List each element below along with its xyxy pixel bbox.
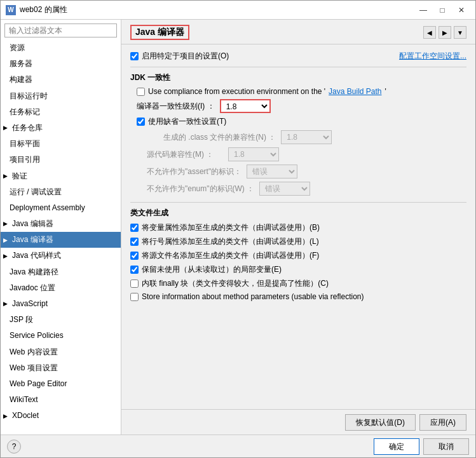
class-gen-label-add-variable-attr[interactable]: 将变量属性添加至生成的类文件（由调试器使用）(B) [130,222,320,233]
sidebar-item-javadoc-location[interactable]: Javadoc 位置 [1,280,121,296]
sidebar-item-java-editor[interactable]: ▶Java 编辑器 [1,216,121,232]
sidebar-item-label: WikiText [10,394,38,406]
minimize-button[interactable]: — [414,3,432,17]
class-compat-row: 生成的 .class 文件的兼容性(N) ： 1.8 [147,130,466,144]
sidebar-item-label: XDoclet [12,410,39,422]
class-gen-checkbox-add-line-attr[interactable] [130,238,139,246]
enable-project-settings-label[interactable]: 启用特定于项目的设置(O) [130,51,229,62]
arrow-icon: ▶ [3,299,10,308]
sidebar-item-deployment-assembly[interactable]: Deployment Assembly [1,200,121,216]
class-gen-checkbox-preserve-vars[interactable] [130,266,139,274]
source-compat-select: 1.8 [228,147,279,161]
filter-input[interactable] [4,24,117,37]
sidebar-item-label: 资源 [10,42,25,54]
sidebar-item-java-compiler[interactable]: ▶Java 编译器 [1,232,121,248]
nav-forward-button[interactable]: ▶ [439,26,451,39]
close-button[interactable]: ✕ [452,3,470,17]
ok-button[interactable]: 确定 [374,438,419,455]
sidebar-item-builder[interactable]: 构建器 [1,72,121,88]
jdk-section-title: JDK 一致性 [130,72,466,83]
sidebar-item-javascript[interactable]: ▶JavaScript [1,296,121,312]
class-gen-item-add-source-attr: 将源文件名添加至生成的类文件（由调试器使用）(F) [130,250,466,261]
source-compat-row: 源代码兼容性(M) ： 1.8 [147,147,466,161]
sidebar-item-label: 构建器 [10,74,32,86]
sidebar-item-label: Web 项目设置 [10,362,58,374]
enum-select: 错误 [259,182,310,196]
title-bar-left: W web02 的属性 [6,4,67,15]
sidebar-item-task-repo[interactable]: ▶任务仓库 [1,120,121,136]
sidebar-item-jsp[interactable]: JSP 段 [1,312,121,328]
sidebar-item-project-ref[interactable]: 项目引用 [1,152,121,168]
compliance-checkbox[interactable] [137,88,145,96]
class-gen-label-add-line-attr[interactable]: 将行号属性添加至生成的类文件（由调试器使用）(L) [130,236,319,247]
class-gen-checkbox-add-source-attr[interactable] [130,252,139,260]
compliance-label[interactable]: Use compliance from execution environmen… [137,87,386,96]
title-bar: W web02 的属性 — □ ✕ [1,1,475,20]
java-build-path-link[interactable]: Java Build Path [329,87,381,96]
sidebar-item-label: 验证 [12,170,27,182]
sidebar-item-web-page-editor[interactable]: Web Page Editor [1,376,121,392]
sidebar-item-run-debug[interactable]: 运行 / 调试设置 [1,184,121,200]
class-gen-item-inline-finally: 内联 finally 块（类文件变得较大，但是提高了性能）(C) [130,278,466,289]
enable-project-settings-checkbox[interactable] [130,52,139,60]
footer-left: ? [7,440,21,454]
class-compat-select: 1.8 [281,130,332,144]
nav-back-button[interactable]: ◀ [423,26,436,39]
use-default-settings-label[interactable]: 使用缺省一致性设置(T) [137,116,226,127]
arrow-icon: ▶ [3,252,10,260]
class-gen-label-inline-finally[interactable]: 内联 finally 块（类文件变得较大，但是提高了性能）(C) [130,278,329,289]
source-compat-label: 源代码兼容性(M) ： [147,149,223,160]
sidebar-item-label: 目标运行时 [10,90,48,102]
help-button[interactable]: ? [7,440,21,454]
sidebar-item-label: Java 编译器 [12,234,53,246]
restore-default-button[interactable]: 恢复默认值(D) [345,414,416,431]
sidebar-item-web-project[interactable]: Web 项目设置 [1,360,121,376]
class-gen-label-add-source-attr[interactable]: 将源文件名添加至生成的类文件（由调试器使用）(F) [130,250,319,261]
sidebar-item-resources[interactable]: 资源 [1,40,121,56]
sidebar-item-wikitext[interactable]: WikiText [1,392,121,408]
apply-button[interactable]: 应用(A) [419,414,466,431]
sidebar-item-java-code-style[interactable]: ▶Java 代码样式 [1,248,121,264]
arrow-icon: ▶ [3,123,10,132]
class-gen-label-preserve-vars[interactable]: 保留未使用（从未读取过）的局部变量(E) [130,264,282,275]
sidebar-item-verify[interactable]: ▶验证 [1,168,121,184]
panel-nav: ◀ ▶ ▼ [423,26,466,39]
class-gen-item-add-variable-attr: 将变量属性添加至生成的类文件（由调试器使用）(B) [130,222,466,233]
class-gen-checkbox-store-method-params[interactable] [130,293,139,301]
sidebar-item-target-platform[interactable]: 目标平面 [1,136,121,152]
sidebar-item-label: 任务标记 [10,106,40,118]
use-default-settings-checkbox[interactable] [137,118,145,126]
sidebar-item-label: 目标平面 [10,138,40,150]
sidebar-item-web-content[interactable]: Web 内容设置 [1,344,121,360]
config-workspace-link[interactable]: 配置工作空间设置... [399,51,466,62]
class-gen-checkbox-inline-finally[interactable] [130,280,139,288]
sidebar-item-server[interactable]: 服务器 [1,56,121,72]
sidebar-item-task-tags[interactable]: 任务标记 [1,104,121,120]
cancel-button[interactable]: 取消 [423,438,469,455]
sidebar-item-java-build-path[interactable]: Java 构建路径 [1,264,121,280]
assert-label: 不允许作为"assert"的标识： [147,166,241,177]
sidebar-item-target-runtime[interactable]: 目标运行时 [1,88,121,104]
sidebar-item-service-policies[interactable]: Service Policies [1,328,121,344]
sidebar-item-label: Deployment Assembly [10,202,85,214]
class-gen-label-store-method-params[interactable]: Store information about method parameter… [130,292,364,301]
maximize-button[interactable]: □ [433,3,451,17]
compiler-level-select[interactable]: 1.8 [220,99,271,113]
class-gen-items: 将变量属性添加至生成的类文件（由调试器使用）(B) 将行号属性添加至生成的类文件… [130,222,466,301]
class-gen-checkbox-add-variable-attr[interactable] [130,224,139,232]
footer-right: 确定 取消 [374,438,469,455]
main-window: W web02 的属性 — □ ✕ 资源服务器构建器目标运行时任务标记▶任务仓库… [0,0,476,458]
arrow-icon: ▶ [3,236,10,245]
compiler-level-label: 编译器一致性级别(I) ： [137,101,215,112]
sidebar-item-label: Java 编辑器 [12,218,53,230]
enum-row: 不允许作为"enum"的标识(W) ： 错误 [147,182,466,196]
jdk-section: JDK 一致性 Use compliance from execution en… [130,72,466,196]
sidebar-item-xdoclet[interactable]: ▶XDoclet [1,408,121,424]
sidebar-item-label: JavaScript [12,298,48,310]
sidebar-item-label: 项目引用 [10,154,40,166]
sidebar-item-label: Java 构建路径 [10,266,58,278]
nav-dropdown-button[interactable]: ▼ [454,26,466,39]
panel-title: Java 编译器 [130,25,189,40]
assert-select: 错误 [247,165,297,178]
sidebar-list: 资源服务器构建器目标运行时任务标记▶任务仓库目标平面项目引用▶验证运行 / 调试… [1,40,121,434]
